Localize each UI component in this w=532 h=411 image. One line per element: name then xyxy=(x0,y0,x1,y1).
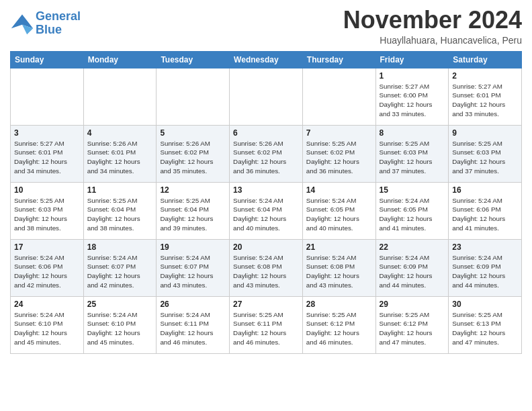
weekday-header-monday: Monday xyxy=(83,51,157,68)
logo-line1: General xyxy=(36,10,81,24)
weekday-header-thursday: Thursday xyxy=(302,51,375,68)
calendar-cell: 17Sunrise: 5:24 AMSunset: 6:06 PMDayligh… xyxy=(11,239,84,296)
header: General Blue November 2024 Huayllahuara,… xyxy=(10,7,522,46)
day-info: Sunrise: 5:24 AMSunset: 6:07 PMDaylight:… xyxy=(87,253,153,290)
day-info: Sunrise: 5:24 AMSunset: 6:08 PMDaylight:… xyxy=(306,253,372,290)
weekday-header-friday: Friday xyxy=(375,51,449,68)
day-info: Sunrise: 5:27 AMSunset: 6:01 PMDaylight:… xyxy=(452,82,518,119)
calendar-cell: 18Sunrise: 5:24 AMSunset: 6:07 PMDayligh… xyxy=(83,239,157,296)
day-number: 12 xyxy=(160,185,226,195)
day-number: 14 xyxy=(306,185,372,195)
day-info: Sunrise: 5:24 AMSunset: 6:07 PMDaylight:… xyxy=(160,253,226,290)
weekday-header-saturday: Saturday xyxy=(449,51,522,68)
calendar-cell: 13Sunrise: 5:24 AMSunset: 6:04 PMDayligh… xyxy=(230,182,303,239)
day-number: 30 xyxy=(452,300,518,309)
day-info: Sunrise: 5:24 AMSunset: 6:05 PMDaylight:… xyxy=(306,196,372,233)
calendar-cell xyxy=(11,68,84,125)
logo-icon xyxy=(10,11,34,36)
day-number: 28 xyxy=(306,300,372,309)
day-number: 20 xyxy=(233,242,299,252)
day-number: 7 xyxy=(306,128,372,138)
week-row-2: 3Sunrise: 5:27 AMSunset: 6:01 PMDaylight… xyxy=(11,125,522,182)
location: Huayllahuara, Huancavelica, Peru xyxy=(343,35,522,46)
day-number: 15 xyxy=(380,185,445,195)
day-info: Sunrise: 5:27 AMSunset: 6:01 PMDaylight:… xyxy=(14,139,80,176)
day-number: 4 xyxy=(87,128,153,138)
day-info: Sunrise: 5:25 AMSunset: 6:13 PMDaylight:… xyxy=(452,310,518,347)
month-title: November 2024 xyxy=(343,7,522,34)
calendar-cell: 9Sunrise: 5:25 AMSunset: 6:03 PMDaylight… xyxy=(449,125,522,182)
calendar-cell xyxy=(230,68,303,125)
day-info: Sunrise: 5:25 AMSunset: 6:03 PMDaylight:… xyxy=(452,139,518,176)
day-number: 27 xyxy=(233,300,299,309)
day-number: 17 xyxy=(14,242,80,252)
weekday-header-tuesday: Tuesday xyxy=(157,51,230,68)
day-info: Sunrise: 5:24 AMSunset: 6:06 PMDaylight:… xyxy=(452,196,518,233)
logo-line2: Blue xyxy=(36,24,81,37)
day-info: Sunrise: 5:25 AMSunset: 6:04 PMDaylight:… xyxy=(87,196,153,233)
day-info: Sunrise: 5:25 AMSunset: 6:11 PMDaylight:… xyxy=(233,310,299,347)
calendar-cell: 27Sunrise: 5:25 AMSunset: 6:11 PMDayligh… xyxy=(230,296,303,353)
day-info: Sunrise: 5:26 AMSunset: 6:02 PMDaylight:… xyxy=(233,139,299,176)
day-info: Sunrise: 5:25 AMSunset: 6:03 PMDaylight:… xyxy=(380,139,445,176)
day-number: 13 xyxy=(233,185,299,195)
calendar-cell: 14Sunrise: 5:24 AMSunset: 6:05 PMDayligh… xyxy=(302,182,375,239)
calendar-cell xyxy=(83,68,157,125)
day-number: 18 xyxy=(87,242,153,252)
day-number: 22 xyxy=(380,242,445,252)
day-info: Sunrise: 5:24 AMSunset: 6:10 PMDaylight:… xyxy=(14,310,80,347)
calendar-cell: 30Sunrise: 5:25 AMSunset: 6:13 PMDayligh… xyxy=(449,296,522,353)
day-info: Sunrise: 5:24 AMSunset: 6:09 PMDaylight:… xyxy=(452,253,518,290)
day-number: 5 xyxy=(160,128,226,138)
calendar-cell: 24Sunrise: 5:24 AMSunset: 6:10 PMDayligh… xyxy=(11,296,84,353)
day-info: Sunrise: 5:24 AMSunset: 6:11 PMDaylight:… xyxy=(160,310,226,347)
day-number: 29 xyxy=(380,300,445,309)
calendar-cell: 22Sunrise: 5:24 AMSunset: 6:09 PMDayligh… xyxy=(375,239,449,296)
calendar-cell: 25Sunrise: 5:24 AMSunset: 6:10 PMDayligh… xyxy=(83,296,157,353)
day-info: Sunrise: 5:26 AMSunset: 6:02 PMDaylight:… xyxy=(160,139,226,176)
calendar-cell: 23Sunrise: 5:24 AMSunset: 6:09 PMDayligh… xyxy=(449,239,522,296)
calendar-cell: 7Sunrise: 5:25 AMSunset: 6:02 PMDaylight… xyxy=(302,125,375,182)
day-number: 11 xyxy=(87,185,153,195)
day-info: Sunrise: 5:25 AMSunset: 6:12 PMDaylight:… xyxy=(306,310,372,347)
day-number: 6 xyxy=(233,128,299,138)
calendar-cell: 29Sunrise: 5:25 AMSunset: 6:12 PMDayligh… xyxy=(375,296,449,353)
calendar-cell: 4Sunrise: 5:26 AMSunset: 6:01 PMDaylight… xyxy=(83,125,157,182)
weekday-header-row: SundayMondayTuesdayWednesdayThursdayFrid… xyxy=(11,51,522,68)
day-info: Sunrise: 5:25 AMSunset: 6:02 PMDaylight:… xyxy=(306,139,372,176)
day-number: 8 xyxy=(380,128,445,138)
day-info: Sunrise: 5:26 AMSunset: 6:01 PMDaylight:… xyxy=(87,139,153,176)
title-block: November 2024 Huayllahuara, Huancavelica… xyxy=(343,7,522,46)
calendar-cell: 8Sunrise: 5:25 AMSunset: 6:03 PMDaylight… xyxy=(375,125,449,182)
calendar-cell: 28Sunrise: 5:25 AMSunset: 6:12 PMDayligh… xyxy=(302,296,375,353)
day-info: Sunrise: 5:27 AMSunset: 6:00 PMDaylight:… xyxy=(380,82,445,119)
calendar-cell: 1Sunrise: 5:27 AMSunset: 6:00 PMDaylight… xyxy=(375,68,449,125)
day-number: 23 xyxy=(452,242,518,252)
day-info: Sunrise: 5:24 AMSunset: 6:10 PMDaylight:… xyxy=(87,310,153,347)
day-number: 25 xyxy=(87,300,153,309)
day-number: 24 xyxy=(14,300,80,309)
week-row-5: 24Sunrise: 5:24 AMSunset: 6:10 PMDayligh… xyxy=(11,296,522,353)
calendar-cell: 12Sunrise: 5:25 AMSunset: 6:04 PMDayligh… xyxy=(157,182,230,239)
calendar-cell: 20Sunrise: 5:24 AMSunset: 6:08 PMDayligh… xyxy=(230,239,303,296)
calendar-cell: 26Sunrise: 5:24 AMSunset: 6:11 PMDayligh… xyxy=(157,296,230,353)
week-row-3: 10Sunrise: 5:25 AMSunset: 6:03 PMDayligh… xyxy=(11,182,522,239)
calendar-cell: 15Sunrise: 5:24 AMSunset: 6:05 PMDayligh… xyxy=(375,182,449,239)
calendar-cell: 6Sunrise: 5:26 AMSunset: 6:02 PMDaylight… xyxy=(230,125,303,182)
day-info: Sunrise: 5:24 AMSunset: 6:04 PMDaylight:… xyxy=(233,196,299,233)
calendar-cell: 19Sunrise: 5:24 AMSunset: 6:07 PMDayligh… xyxy=(157,239,230,296)
day-number: 21 xyxy=(306,242,372,252)
calendar-cell xyxy=(157,68,230,125)
calendar-cell: 11Sunrise: 5:25 AMSunset: 6:04 PMDayligh… xyxy=(83,182,157,239)
day-info: Sunrise: 5:25 AMSunset: 6:03 PMDaylight:… xyxy=(14,196,80,233)
calendar-cell: 21Sunrise: 5:24 AMSunset: 6:08 PMDayligh… xyxy=(302,239,375,296)
day-info: Sunrise: 5:24 AMSunset: 6:06 PMDaylight:… xyxy=(14,253,80,290)
day-info: Sunrise: 5:24 AMSunset: 6:09 PMDaylight:… xyxy=(380,253,445,290)
day-info: Sunrise: 5:25 AMSunset: 6:04 PMDaylight:… xyxy=(160,196,226,233)
calendar: SundayMondayTuesdayWednesdayThursdayFrid… xyxy=(10,51,522,354)
day-number: 10 xyxy=(14,185,80,195)
day-info: Sunrise: 5:24 AMSunset: 6:08 PMDaylight:… xyxy=(233,253,299,290)
calendar-cell: 3Sunrise: 5:27 AMSunset: 6:01 PMDaylight… xyxy=(11,125,84,182)
day-number: 19 xyxy=(160,242,226,252)
week-row-4: 17Sunrise: 5:24 AMSunset: 6:06 PMDayligh… xyxy=(11,239,522,296)
